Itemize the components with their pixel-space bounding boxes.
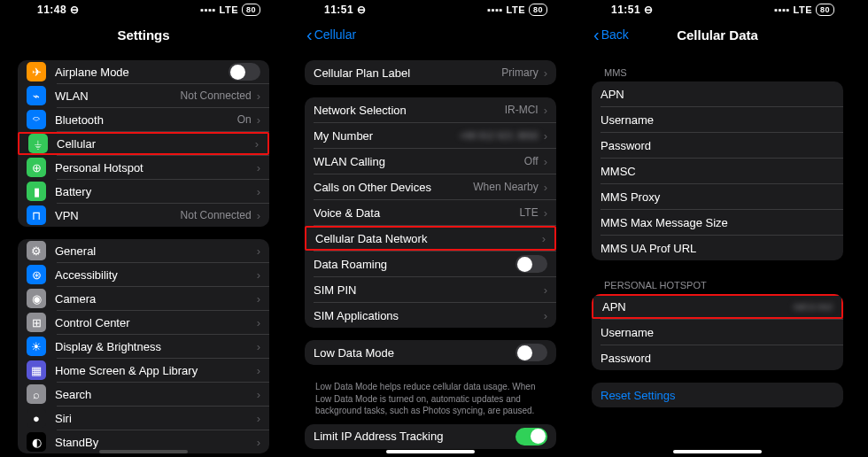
settings-group: Reset Settings — [592, 383, 843, 407]
row-icon: ⊛ — [27, 265, 46, 284]
row-label: Limit IP Address Tracking — [314, 430, 515, 443]
row-value: LTE — [520, 206, 539, 219]
settings-row[interactable]: ⊓VPNNot Connected› — [18, 204, 269, 227]
home-indicator[interactable] — [99, 450, 188, 453]
settings-row[interactable]: WLAN CallingOff› — [305, 149, 556, 174]
settings-row[interactable]: Voice & DataLTE› — [305, 200, 556, 225]
settings-row[interactable]: ◉Camera› — [18, 287, 269, 310]
status-time: 11:51 ⊖ — [611, 4, 654, 16]
settings-group: APNnet.ir.mciUsernamePassword — [592, 294, 843, 370]
toggle-switch[interactable] — [515, 428, 547, 445]
nav-bar: ‹ Back Cellular Data — [585, 18, 850, 51]
back-button[interactable]: ‹ Back — [593, 26, 629, 43]
settings-row[interactable]: ⊞Control Center› — [18, 311, 269, 334]
home-indicator[interactable] — [673, 450, 762, 453]
row-label: Password — [601, 139, 834, 152]
settings-row[interactable]: ●Siri› — [18, 407, 269, 430]
row-label: Siri — [55, 412, 252, 425]
status-right: ▪▪▪▪ LTE 80 — [774, 4, 834, 16]
settings-row[interactable]: ⌔BluetoothOn› — [18, 108, 269, 131]
settings-row[interactable]: MMS Max Message Size — [592, 210, 843, 235]
chevron-left-icon: ‹ — [593, 26, 600, 43]
row-icon: ⊕ — [27, 158, 46, 177]
settings-row[interactable]: ⊕Personal Hotspot› — [18, 156, 269, 179]
chevron-right-icon: › — [257, 292, 260, 306]
chevron-right-icon: › — [544, 155, 547, 168]
settings-group: ⚙︎General›⊛Accessibility›◉Camera›⊞Contro… — [18, 239, 269, 453]
settings-row[interactable]: Low Data Mode — [305, 340, 556, 365]
row-value: Off — [524, 155, 539, 167]
row-label: WLAN Calling — [314, 155, 519, 168]
settings-row[interactable]: APN — [592, 81, 843, 106]
settings-row[interactable]: MMSC — [592, 159, 843, 183]
chevron-right-icon: › — [257, 89, 260, 103]
row-icon: ⊞ — [27, 313, 46, 332]
row-value: Not Connected — [181, 89, 252, 102]
settings-row[interactable]: ▦Home Screen & App Library› — [18, 359, 269, 382]
back-button[interactable]: ‹ Cellular — [306, 26, 356, 43]
settings-row[interactable]: ⌕Search› — [18, 383, 269, 406]
row-label: Bluetooth — [55, 113, 232, 127]
row-label: WLAN — [55, 89, 175, 103]
home-indicator[interactable] — [386, 450, 475, 453]
chevron-right-icon: › — [542, 232, 546, 245]
settings-row[interactable]: Limit IP Address Tracking — [305, 424, 556, 449]
settings-row[interactable]: ▮Battery› — [18, 180, 269, 203]
screenshot-cellular-data: 11:51 ⊖ ▪▪▪▪ LTE 80 ‹ Back Cellular Data… — [585, 0, 850, 457]
settings-row[interactable]: Password — [592, 345, 843, 370]
settings-row[interactable]: Data Roaming — [305, 252, 556, 276]
settings-row[interactable]: Username — [592, 107, 843, 132]
settings-row[interactable]: ⌁WLANNot Connected› — [18, 84, 269, 107]
settings-row[interactable]: ⚙︎General› — [18, 239, 269, 262]
settings-row[interactable]: My Number+98 912 621 3650› — [305, 123, 556, 148]
toggle-switch[interactable] — [515, 344, 547, 361]
row-label: Search — [55, 388, 252, 401]
row-label: APN — [601, 88, 834, 101]
chevron-right-icon: › — [544, 129, 547, 143]
toggle-switch[interactable] — [515, 255, 547, 273]
row-icon: ⏚ — [28, 134, 48, 153]
chevron-right-icon: › — [257, 316, 260, 329]
settings-row[interactable]: ✈︎Airplane Mode — [18, 60, 269, 83]
toggle-switch[interactable] — [229, 63, 260, 81]
row-label: Username — [601, 326, 834, 339]
row-label: Personal Hotspot — [55, 161, 252, 174]
settings-row[interactable]: ⏚Cellular› — [18, 132, 269, 155]
chevron-right-icon: › — [544, 309, 547, 322]
settings-row[interactable]: ☀︎Display & Brightness› — [18, 335, 269, 358]
row-label: Camera — [55, 292, 252, 306]
chevron-right-icon: › — [544, 181, 547, 194]
settings-row[interactable]: Cellular Data Network› — [305, 226, 556, 251]
chevron-right-icon: › — [257, 364, 260, 377]
settings-row[interactable]: ⊛Accessibility› — [18, 263, 269, 286]
settings-row[interactable]: MMS UA Prof URL — [592, 236, 843, 260]
row-label: Calls on Other Devices — [314, 181, 468, 194]
page-title: Settings — [11, 27, 276, 43]
settings-group: Limit IP Address Tracking — [305, 424, 556, 449]
row-value: Not Connected — [181, 209, 252, 221]
settings-row[interactable]: SIM Applications› — [305, 303, 556, 328]
settings-row[interactable]: Network SelectionIR-MCI› — [305, 97, 556, 122]
chevron-right-icon: › — [257, 436, 260, 449]
status-right: ▪▪▪▪ LTE 80 — [487, 4, 547, 16]
chevron-right-icon: › — [257, 340, 260, 353]
settings-row[interactable]: MMS Proxy — [592, 184, 843, 209]
battery-icon: 80 — [816, 4, 834, 16]
settings-row[interactable]: Username — [592, 320, 843, 345]
row-value: IR-MCI — [505, 104, 539, 116]
settings-row[interactable]: Password — [592, 133, 843, 158]
settings-row[interactable]: Calls on Other DevicesWhen Nearby› — [305, 174, 556, 199]
row-label: Airplane Mode — [55, 66, 229, 79]
row-label: Network Selection — [314, 104, 500, 117]
row-icon: ✈︎ — [27, 62, 46, 81]
settings-row[interactable]: Cellular Plan LabelPrimary› — [305, 60, 556, 85]
reset-settings-button[interactable]: Reset Settings — [592, 383, 843, 407]
settings-row[interactable]: APNnet.ir.mci — [592, 294, 843, 319]
settings-row[interactable]: SIM PIN› — [305, 277, 556, 302]
chevron-right-icon: › — [255, 137, 259, 151]
row-label: MMSC — [601, 165, 834, 178]
chevron-left-icon: ‹ — [306, 26, 313, 43]
status-time: 11:51 ⊖ — [324, 4, 367, 16]
row-label: Reset Settings — [601, 389, 676, 402]
chevron-right-icon: › — [257, 412, 260, 425]
